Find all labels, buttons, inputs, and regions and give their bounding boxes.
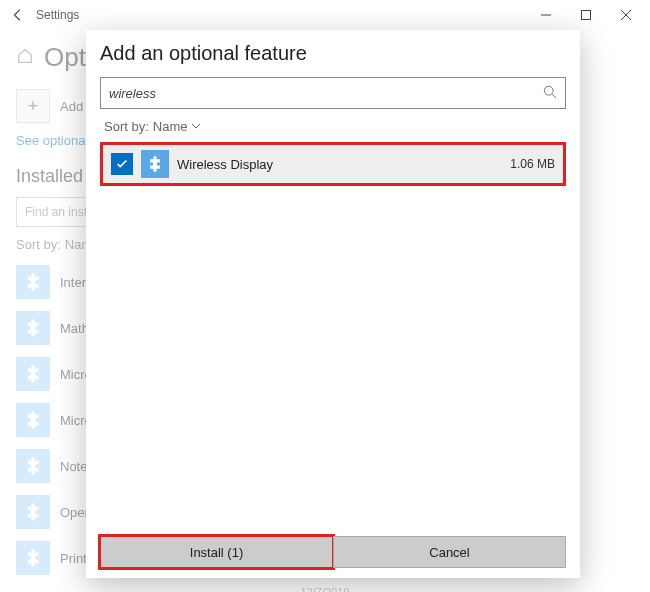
svg-rect-1 (582, 11, 591, 20)
feature-size: 1.06 MB (510, 157, 555, 171)
cancel-label: Cancel (429, 545, 469, 560)
dialog-sort-row[interactable]: Sort by: Name (104, 119, 566, 134)
feature-result-row[interactable]: Wireless Display 1.06 MB (100, 142, 566, 186)
svg-line-3 (552, 93, 556, 97)
dialog-title: Add an optional feature (100, 42, 566, 65)
dialog-sort-value: Name (153, 119, 188, 134)
search-input[interactable] (100, 77, 566, 109)
search-field[interactable] (109, 86, 543, 101)
dialog-sort-label: Sort by: (104, 119, 149, 134)
app-title: Settings (36, 8, 79, 22)
maximize-button[interactable] (566, 1, 606, 29)
checkbox-checked[interactable] (111, 153, 133, 175)
install-button[interactable]: Install (1) (100, 536, 333, 568)
add-feature-dialog: Add an optional feature Sort by: Name Wi… (86, 30, 580, 578)
chevron-down-icon (191, 119, 201, 134)
back-button[interactable] (4, 1, 32, 29)
close-button[interactable] (606, 1, 646, 29)
cancel-button[interactable]: Cancel (333, 536, 566, 568)
minimize-button[interactable] (526, 1, 566, 29)
install-label: Install (1) (190, 545, 243, 560)
titlebar: Settings (0, 0, 650, 30)
feature-name: Wireless Display (177, 157, 502, 172)
puzzle-icon (141, 150, 169, 178)
search-icon (543, 85, 557, 102)
dialog-buttons: Install (1) Cancel (100, 536, 566, 568)
